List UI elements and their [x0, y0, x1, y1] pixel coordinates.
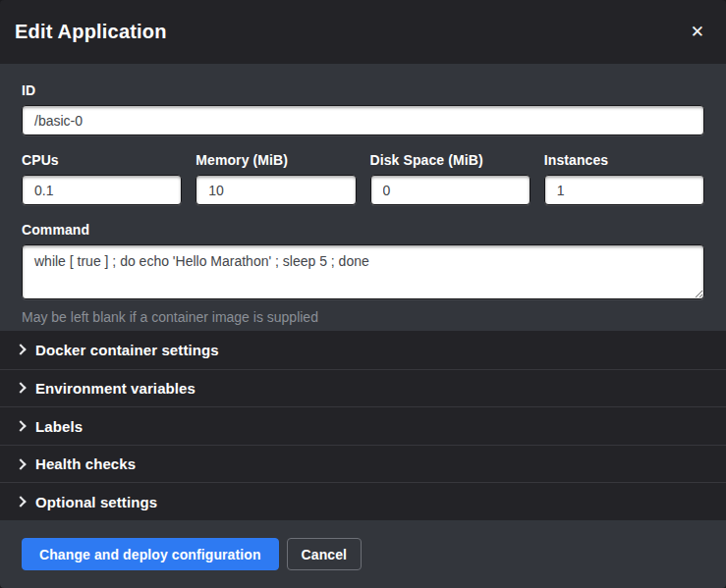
- disk-input[interactable]: [370, 175, 531, 205]
- disk-label: Disk Space (MiB): [370, 152, 531, 168]
- id-field-group: ID: [22, 82, 704, 135]
- collapsible-sections: Docker container settings Environment va…: [0, 331, 726, 520]
- modal-title: Edit Application: [15, 21, 167, 43]
- command-textarea[interactable]: while [ true ] ; do echo 'Hello Marathon…: [22, 244, 704, 299]
- application-form: ID CPUs Memory (MiB) Disk Space (MiB) In…: [0, 64, 726, 331]
- cpus-field-group: CPUs: [22, 152, 182, 205]
- instances-input[interactable]: [544, 175, 704, 205]
- close-icon[interactable]: ✕: [685, 20, 710, 44]
- edit-application-modal: Edit Application ✕ ID CPUs Memory (MiB) …: [0, 0, 726, 588]
- chevron-right-icon: [15, 383, 26, 394]
- resources-row: CPUs Memory (MiB) Disk Space (MiB) Insta…: [22, 152, 704, 205]
- id-label: ID: [22, 82, 704, 98]
- section-label: Labels: [35, 418, 83, 435]
- cpus-input[interactable]: [22, 175, 182, 205]
- instances-field-group: Instances: [544, 152, 704, 205]
- chevron-right-icon: [15, 345, 26, 355]
- chevron-right-icon: [15, 497, 26, 508]
- section-environment-variables[interactable]: Environment variables: [0, 369, 726, 407]
- section-optional-settings[interactable]: Optional settings: [0, 482, 726, 520]
- change-and-deploy-button[interactable]: Change and deploy configuration: [22, 538, 279, 570]
- cpus-label: CPUs: [22, 152, 182, 168]
- memory-field-group: Memory (MiB): [195, 152, 356, 205]
- memory-label: Memory (MiB): [195, 152, 356, 168]
- modal-header: Edit Application ✕: [0, 0, 726, 64]
- command-field-group: Command while [ true ] ; do echo 'Hello …: [22, 222, 704, 325]
- cancel-button[interactable]: Cancel: [287, 538, 363, 570]
- command-label: Command: [22, 222, 704, 238]
- section-label: Docker container settings: [35, 342, 219, 358]
- instances-label: Instances: [544, 152, 704, 168]
- disk-field-group: Disk Space (MiB): [370, 152, 531, 205]
- chevron-right-icon: [15, 420, 26, 431]
- section-labels[interactable]: Labels: [0, 406, 726, 445]
- id-input[interactable]: [22, 105, 704, 135]
- section-health-checks[interactable]: Health checks: [0, 445, 726, 483]
- modal-footer: Change and deploy configuration Cancel: [0, 520, 726, 588]
- section-label: Environment variables: [35, 380, 195, 397]
- chevron-right-icon: [15, 458, 26, 469]
- command-help-text: May be left blank if a container image i…: [22, 309, 704, 325]
- memory-input[interactable]: [195, 175, 356, 205]
- section-docker-container-settings[interactable]: Docker container settings: [0, 331, 726, 369]
- section-label: Health checks: [35, 455, 136, 472]
- section-label: Optional settings: [35, 494, 157, 510]
